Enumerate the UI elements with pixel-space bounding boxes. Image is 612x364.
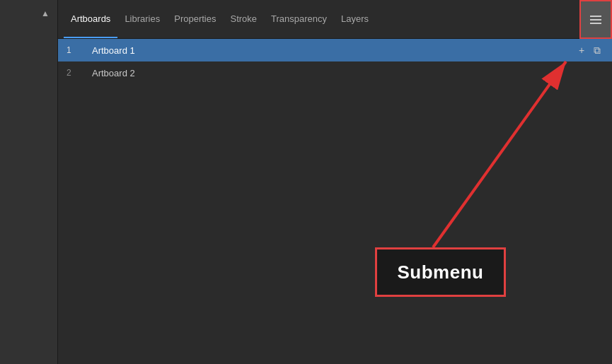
add-artboard-button[interactable]: + (575, 44, 588, 57)
collapse-button[interactable]: ▲ (39, 7, 52, 20)
duplicate-artboard-button[interactable]: ⧉ (591, 66, 604, 79)
tab-libraries[interactable]: Libraries (117, 1, 167, 38)
tab-artboards[interactable]: Artboards (64, 1, 117, 38)
tab-stroke[interactable]: Stroke (223, 1, 264, 38)
submenu-annotation-label: Submenu (375, 247, 506, 297)
artboard-row[interactable]: 1 Artboard 1 + ⧉ (58, 39, 612, 61)
artboard-number: 1 (67, 45, 78, 55)
hamburger-icon (590, 16, 601, 24)
tabs-bar: Artboards Libraries Properties Stroke Tr… (58, 0, 612, 39)
content-area: 1 Artboard 1 + ⧉ 2 Artboard 2 + ⧉ (58, 39, 612, 364)
panel-menu-button[interactable] (579, 0, 612, 39)
main-panel: Artboards Libraries Properties Stroke Tr… (58, 0, 612, 364)
add-artboard-button[interactable]: + (575, 66, 588, 79)
tab-properties[interactable]: Properties (167, 1, 223, 38)
svg-line-1 (433, 61, 566, 247)
artboard-list: 1 Artboard 1 + ⧉ 2 Artboard 2 + ⧉ (58, 39, 612, 84)
artboard-number: 2 (67, 68, 78, 78)
artboard-row[interactable]: 2 Artboard 2 + ⧉ (58, 61, 612, 84)
annotation-arrow (58, 39, 612, 364)
tab-layers[interactable]: Layers (334, 1, 376, 38)
duplicate-artboard-button[interactable]: ⧉ (591, 44, 604, 57)
row-actions: + ⧉ (575, 44, 604, 57)
artboard-name: Artboard 2 (92, 68, 561, 78)
tab-transparency[interactable]: Transparency (264, 1, 334, 38)
artboard-name: Artboard 1 (92, 45, 561, 56)
left-sidebar: ▲ (0, 0, 58, 364)
